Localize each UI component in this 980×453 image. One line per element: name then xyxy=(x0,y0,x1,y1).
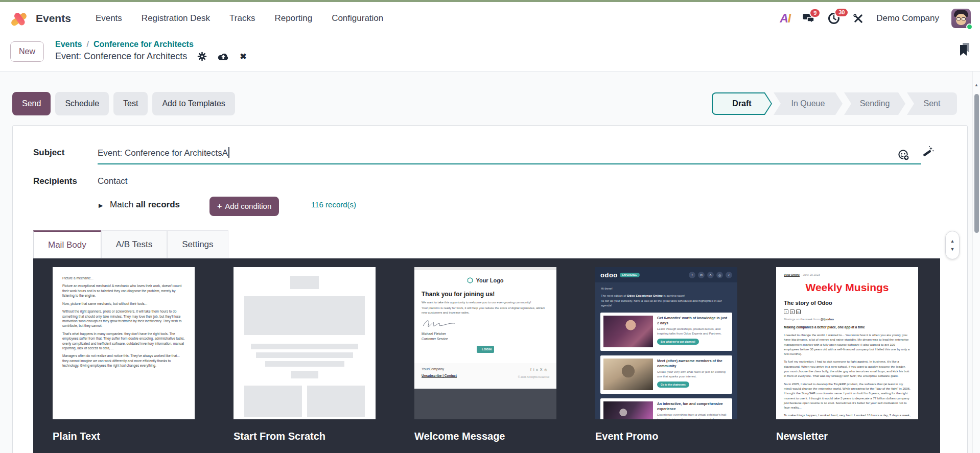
action-buttons: Send Schedule Test Add to Templates xyxy=(12,92,235,115)
promo-social-icons: f in X ◎ ♪ xyxy=(689,272,732,278)
add-to-templates-button[interactable]: Add to Templates xyxy=(152,92,235,115)
match-all-records: all records xyxy=(136,200,180,209)
mailing-form-card: Subject Event: Conference for Architects… xyxy=(12,125,968,453)
theme-selector: Picture a mechanic... Picture an excepti… xyxy=(33,258,940,453)
menu-registration-desk[interactable]: Registration Desk xyxy=(142,13,210,23)
breadcrumb-conference-link[interactable]: Conference for Architects xyxy=(94,40,194,49)
tab-bar: Mail Body A/B Tests Settings xyxy=(33,230,940,258)
template-label: Event Promo xyxy=(595,431,737,442)
recipients-value[interactable]: Contact xyxy=(98,176,128,186)
hexagon-logo-icon xyxy=(467,277,473,283)
menu-reporting[interactable]: Reporting xyxy=(274,13,312,23)
gear-actions-icon[interactable] xyxy=(197,52,207,61)
tools-icon[interactable] xyxy=(852,13,864,25)
subject-input[interactable]: Event: Conference for ArchitectsA xyxy=(98,147,229,158)
template-welcome-message-thumb[interactable]: Your Logo Thank you for joining us! We w… xyxy=(414,267,556,419)
top-navbar: Events Events Registration Desk Tracks R… xyxy=(0,2,980,35)
domain-caret-icon[interactable]: ▶ xyxy=(99,202,103,209)
notebook: Mail Body A/B Tests Settings Picture a m… xyxy=(33,230,940,453)
online-status-dot xyxy=(966,23,973,30)
stage-sending[interactable]: Sending xyxy=(844,92,905,115)
signature-scribble xyxy=(422,318,457,328)
recipients-label: Recipients xyxy=(33,176,77,186)
subject-label: Subject xyxy=(33,148,64,158)
tab-settings[interactable]: Settings xyxy=(167,230,228,258)
ai-assistant-icon[interactable]: AI xyxy=(780,12,790,26)
tab-ab-tests[interactable]: A/B Tests xyxy=(101,230,168,258)
stage-draft[interactable]: Draft xyxy=(712,92,772,115)
record-count-link[interactable]: 116 record(s) xyxy=(311,200,356,209)
stage-in-queue[interactable]: In Queue xyxy=(774,92,843,115)
promo-photo-community xyxy=(603,359,653,390)
template-start-from-scratch-thumb[interactable] xyxy=(234,267,376,419)
promo-item: Get 6-months' worth of knowledge in just… xyxy=(600,313,732,351)
template-welcome-message: Your Logo Thank you for joining us! We w… xyxy=(414,267,556,453)
welcome-preview: Your Logo Thank you for joining us! We w… xyxy=(414,267,556,363)
subject-underline xyxy=(98,163,921,164)
user-avatar[interactable] xyxy=(951,9,971,28)
breadcrumb: Events / Conference for Architects xyxy=(55,40,247,49)
scroll-up-icon[interactable]: ▲ xyxy=(950,239,955,244)
plain-text-preview: Picture a mechanic... Picture an excepti… xyxy=(53,267,195,380)
scrollbar-thumb[interactable] xyxy=(974,94,979,233)
scrollbar-up-arrow[interactable]: ▲ xyxy=(973,83,980,87)
app-name: Events xyxy=(36,12,71,25)
scroll-stepper-widget: ▲ ▼ xyxy=(945,231,960,259)
tab-mail-body[interactable]: Mail Body xyxy=(33,230,101,258)
save-cloud-icon[interactable] xyxy=(217,52,229,62)
login-button: LOGIN xyxy=(477,346,494,353)
activities-badge: 30 xyxy=(834,8,849,17)
apps-menu-icon[interactable] xyxy=(9,9,29,28)
template-plain-text-thumb[interactable]: Picture a mechanic... Picture an excepti… xyxy=(53,267,195,419)
menu-tracks[interactable]: Tracks xyxy=(229,13,255,23)
company-switcher[interactable]: Demo Company xyxy=(876,13,939,23)
newsletter-social-icons: f X in xyxy=(784,309,911,314)
new-button[interactable]: New xyxy=(10,41,44,62)
template-newsletter: View Online – June 20 2023 Weekly Musing… xyxy=(776,267,918,453)
promo-intro: Hi there! The next edition of Odoo Exper… xyxy=(595,282,737,313)
control-panel: New Events / Conference for Architects E… xyxy=(0,35,980,71)
ai-wand-icon[interactable] xyxy=(921,145,935,160)
record-title: Event: Conference for Architects xyxy=(55,51,187,62)
scrollbar-track[interactable]: ▲ xyxy=(972,71,980,453)
promo-item: Meet (other) awesome members of the comm… xyxy=(600,355,732,394)
test-button[interactable]: Test xyxy=(113,92,148,115)
menu-configuration[interactable]: Configuration xyxy=(332,13,383,23)
text-cursor xyxy=(228,147,229,158)
template-newsletter-thumb[interactable]: View Online – June 20 2023 Weekly Musing… xyxy=(776,267,918,419)
schedule-button[interactable]: Schedule xyxy=(55,92,109,115)
bookmark-icon[interactable] xyxy=(960,43,970,58)
send-button[interactable]: Send xyxy=(12,92,51,115)
main-menu: Events Registration Desk Tracks Reportin… xyxy=(96,13,383,23)
template-label: Newsletter xyxy=(776,431,918,442)
messages-icon[interactable]: 9 xyxy=(803,13,815,25)
welcome-footer: YourCompany Unsubscribe | Contact finX◎ … xyxy=(414,363,556,389)
avatar-glasses-right xyxy=(962,17,966,20)
breadcrumb-events-link[interactable]: Events xyxy=(55,40,82,49)
avatar-glasses-left xyxy=(956,17,961,20)
messages-badge: 9 xyxy=(809,8,821,18)
breadcrumb-separator: / xyxy=(86,40,88,49)
menu-events[interactable]: Events xyxy=(96,13,122,23)
scroll-down-icon[interactable]: ▼ xyxy=(950,247,955,252)
subject-text: Event: Conference for ArchitectsA xyxy=(98,148,228,158)
stage-sent[interactable]: Sent xyxy=(907,92,957,115)
template-event-promo-thumb[interactable]: odoo EXPERIENCE f in X ◎ ♪ Hi there! The… xyxy=(595,267,737,419)
plus-icon: + xyxy=(217,202,222,210)
match-word: Match xyxy=(110,200,133,209)
add-emoji-icon[interactable] xyxy=(898,149,909,163)
promo-photo-stage xyxy=(603,401,653,419)
promo-item: An interactive, fun and comprehensive ex… xyxy=(600,398,732,419)
welcome-logo-text: Your Logo xyxy=(476,277,503,283)
promo-photo-speaker xyxy=(603,316,653,347)
status-pipeline: Draft In Queue Sending Sent xyxy=(712,92,957,115)
match-records-text: Match all records xyxy=(110,200,180,210)
welcome-social-icons: finX◎ xyxy=(530,368,549,372)
promo-header: odoo EXPERIENCE f in X ◎ ♪ xyxy=(595,267,737,282)
template-label: Start From Scratch xyxy=(234,431,376,442)
activities-clock-icon[interactable]: 30 xyxy=(828,12,840,25)
template-label: Plain Text xyxy=(53,431,195,442)
discard-close-icon[interactable]: ✖ xyxy=(240,52,246,61)
template-label: Welcome Message xyxy=(414,431,556,442)
add-condition-button[interactable]: +Add condition xyxy=(209,197,279,216)
